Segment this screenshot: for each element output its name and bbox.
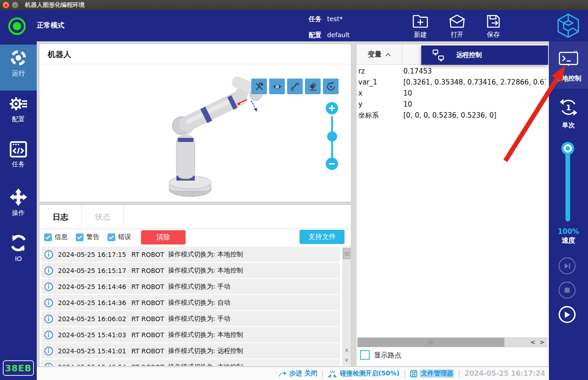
zoom-out-button[interactable]	[326, 158, 338, 170]
log-row[interactable]: 2024-05-25 15:40:54RT ROBOT操作模式切换为: 本地控制	[41, 359, 340, 366]
log-row[interactable]: 2024-05-25 15:41:03RT ROBOT操作模式切换为: 本地控制	[41, 327, 340, 342]
sidebar-item-task[interactable]: 任务	[0, 136, 37, 182]
single-run-button[interactable]: 1 单次	[549, 93, 588, 134]
rotate-view-button[interactable]	[323, 79, 339, 94]
path-button[interactable]	[287, 79, 303, 94]
new-button-label: 新建	[414, 31, 427, 38]
speed-slider-handle[interactable]	[561, 142, 574, 155]
task-value: test*	[327, 15, 343, 23]
mode-status-icon	[8, 17, 26, 35]
log-message: 操作模式切换为: 手动	[168, 315, 230, 323]
variables-tab[interactable]: 变量	[356, 44, 402, 65]
step-forward-button[interactable]	[559, 257, 576, 274]
file-manager-icon	[410, 370, 418, 378]
variables-hscrollbar[interactable]: < >	[357, 337, 548, 347]
sidebar-item-run[interactable]: 运行	[0, 45, 37, 91]
variables-panel: 变量 rz0.17453 var_1[0.3261, 0.35348, 0.73…	[356, 44, 549, 367]
stop-icon	[564, 287, 570, 293]
remote-control-menu-item[interactable]: 远程控制	[421, 45, 548, 65]
scroll-left-icon[interactable]: <	[528, 338, 537, 347]
log-scrollbar[interactable]: ∧ ∨	[342, 246, 351, 366]
visibility-button[interactable]	[269, 79, 285, 94]
sidebar-item-label: 操作	[12, 209, 25, 216]
play-button[interactable]	[559, 306, 576, 323]
log-row[interactable]: 2024-05-25 16:14:46RT ROBOT操作模式切换为: 手动	[41, 279, 340, 294]
statusbar-separator: |	[404, 370, 406, 377]
scroll-right-icon[interactable]: >	[537, 338, 547, 347]
log-message: 操作模式切换为: 手动	[168, 283, 230, 291]
save-icon	[485, 14, 502, 29]
clear-button[interactable]: 清除	[141, 230, 186, 244]
stop-button[interactable]	[559, 282, 576, 299]
info-icon	[44, 298, 53, 307]
variable-name: rz	[358, 67, 365, 75]
variable-name: x	[358, 89, 362, 97]
scroll-down-icon[interactable]: ∨	[342, 355, 351, 364]
robot-3d-view[interactable]	[163, 69, 265, 200]
log-source: RT ROBOT	[131, 251, 168, 258]
log-message: 操作模式切换为: 本地控制	[168, 363, 243, 366]
log-row[interactable]: 2024-05-25 16:06:02RT ROBOT操作模式切换为: 手动	[41, 311, 340, 326]
filter-error-checkbox[interactable]	[107, 233, 115, 241]
file-manager-button[interactable]: 文件管理器	[410, 369, 454, 378]
config-label: 配置	[309, 31, 322, 39]
log-time: 2024-05-25 16:14:36	[58, 299, 131, 306]
step-status[interactable]: 步进 关闭	[278, 369, 317, 378]
check-icon	[45, 235, 51, 239]
log-row[interactable]: 2024-05-25 16:15:17RT ROBOT操作模式切换为: 本地控制	[41, 263, 340, 278]
scrollbar-thumb[interactable]	[343, 248, 351, 259]
close-icon[interactable]: x	[3, 2, 9, 8]
open-button-label: 打开	[451, 31, 464, 38]
zoom-slider-handle[interactable]	[327, 131, 337, 142]
show-waypoints-checkbox[interactable]	[360, 350, 370, 360]
variable-name: 坐标系	[358, 111, 379, 120]
collision-status[interactable]: 碰撞检测开启(50%)	[328, 369, 399, 378]
open-icon	[449, 14, 465, 29]
log-row[interactable]: 2024-05-25 16:17:15RT ROBOT操作模式切换为: 本地控制	[41, 247, 340, 262]
sidebar-item-operate[interactable]: 操作	[0, 183, 37, 229]
robot-panel: 机器人	[39, 44, 351, 202]
info-icon	[44, 266, 53, 275]
hscrollbar-thumb[interactable]	[357, 338, 504, 347]
local-control-button[interactable]: 本地控制	[549, 41, 588, 89]
eraser-button[interactable]	[305, 79, 321, 94]
filter-warning-checkbox[interactable]	[76, 233, 84, 241]
task-label: 任务	[309, 15, 322, 23]
sidebar-item-io[interactable]: IO	[0, 229, 37, 275]
step-forward-icon	[564, 263, 571, 269]
info-icon	[44, 282, 53, 291]
config-value: default	[327, 31, 350, 39]
save-button-label: 保存	[487, 31, 500, 38]
scroll-up-icon[interactable]: ∧	[342, 346, 351, 355]
variable-row[interactable]: x10	[356, 88, 548, 99]
log-row[interactable]: 2024-05-25 15:41:01RT ROBOT操作模式切换为: 远程控制	[41, 343, 340, 358]
save-button[interactable]: 保存	[479, 14, 508, 39]
tools-button[interactable]	[251, 79, 267, 94]
zoom-in-button[interactable]	[326, 102, 338, 114]
filter-info-checkbox[interactable]	[44, 233, 52, 241]
robot-panel-title: 机器人	[40, 44, 351, 64]
variable-value: 0.17453	[403, 67, 546, 75]
sidebar-item-label: 配置	[12, 115, 25, 123]
new-button[interactable]: 新建	[406, 14, 435, 39]
log-row[interactable]: 2024-05-25 16:14:36RT ROBOT操作模式切换为: 自动	[41, 295, 340, 310]
minimize-icon[interactable]: –	[12, 2, 18, 8]
right-sidebar: 本地控制 1 单次 100% 速度	[549, 41, 588, 380]
variable-row[interactable]: y10	[356, 99, 548, 110]
speed-slider-track[interactable]	[565, 148, 570, 221]
log-message: 操作模式切换为: 本地控制	[168, 267, 243, 275]
log-source: RT ROBOT	[131, 267, 168, 274]
variable-row[interactable]: var_1[0.3261, 0.35348, 0.73416, 2.72866,…	[356, 77, 548, 88]
variables-tab-label: 变量	[368, 50, 382, 59]
support-files-button[interactable]: 支持文件	[300, 230, 345, 244]
tab-status[interactable]: 状态	[82, 205, 124, 228]
open-button[interactable]: 打开	[442, 14, 472, 39]
tab-log[interactable]: 日志	[40, 205, 82, 228]
local-control-label: 本地控制	[549, 74, 588, 83]
variable-row[interactable]: 坐标系[0, 0, 0, 0.5236, 0.5236, 0]	[356, 110, 548, 121]
log-list: 2024-05-25 16:17:15RT ROBOT操作模式切换为: 本地控制…	[40, 246, 342, 366]
sidebar-item-config[interactable]: 配置	[0, 91, 37, 136]
variable-row[interactable]: rz0.17453	[356, 66, 548, 77]
mode-label: 正常模式	[37, 21, 64, 30]
log-panel: 日志 状态 信息 警告 错误 清除 支持文件 2024-05-25 16:17:…	[39, 204, 351, 367]
